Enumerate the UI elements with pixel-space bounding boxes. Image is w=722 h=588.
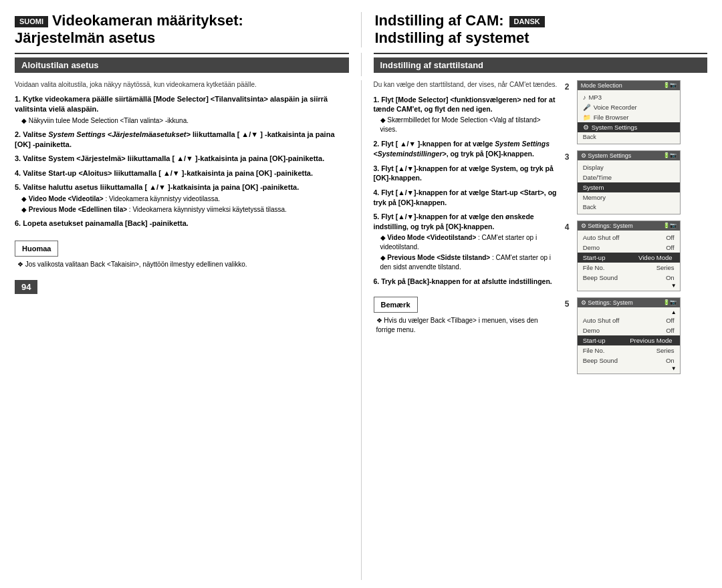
screen-2-wrapper: 2 Mode Selection 🔋📷 ♪ MP3 🎤 Voice Record…: [577, 80, 707, 146]
screen-3-wrapper: 3 ⚙ System Settings 🔋📷 Display Date/Time…: [577, 150, 707, 216]
screen-4-row-startup: Start-upVideo Mode: [578, 253, 680, 263]
screen-5-row-autoshutoff: Auto Shut offOff: [578, 315, 680, 325]
right-section-header: Indstilling af starttilstand: [374, 57, 708, 73]
note-right-content: Hvis du vælger Back <Tilbage> i menuen, …: [374, 316, 558, 335]
step-right-3: 3. Flyt [▲/▼]-knappen for at vælge Syste…: [374, 164, 558, 183]
screen-mode-selection: Mode Selection 🔋📷 ♪ MP3 🎤 Voice Recorder: [577, 80, 681, 144]
step-left-2: 2. Valitse System Settings <Järjestelmäa…: [15, 130, 349, 150]
screen-4-titlebar: ⚙ Settings: System 🔋📷: [578, 221, 680, 231]
right-title-line1: Indstilling af CAM:DANSK: [375, 12, 708, 29]
screen-item-memory: Memory: [578, 192, 680, 202]
screen-5-row-fileno: File No.Series: [578, 345, 680, 355]
screen-item-display: Display: [578, 162, 680, 172]
screen-5-stepnum: 5: [565, 299, 570, 309]
screen-5-row-beepsound: Beep SoundOn: [578, 355, 680, 365]
step-left-6: 6. Lopeta asetukset painamalla [Back] -p…: [15, 218, 349, 229]
screen-settings-system-4: ⚙ Settings: System 🔋📷 Auto Shut offOff D…: [577, 220, 681, 291]
screen-4-row-autoshutoff: Auto Shut offOff: [578, 233, 680, 243]
screen-3-body: Display Date/Time System Memory Back: [578, 160, 680, 214]
screen-5-body: ▲ Auto Shut offOff DemoOff Start-upPrevi…: [578, 307, 680, 374]
screen-5-row-startup: Start-upPrevious Mode: [578, 335, 680, 345]
screen-2-stepnum: 2: [565, 82, 570, 92]
screen-item-datetime: Date/Time: [578, 172, 680, 182]
screen-2-titlebar: Mode Selection 🔋📷: [578, 81, 680, 90]
step-right-2: 2. Flyt [ ▲/▼ ]-knappen for at vælge Sys…: [374, 139, 558, 158]
col-right: Du kan vælge den starttilstand, der vise…: [362, 80, 708, 580]
page: SUOMIVideokameran määritykset: Järjestel…: [0, 0, 722, 588]
screen-settings-system-5: ⚙ Settings: System 🔋📷 ▲ Auto Shut offOff…: [577, 297, 681, 374]
page-number: 94: [15, 280, 37, 294]
screen-4-stepnum: 4: [565, 223, 570, 232]
right-text-col: Du kan vælge den starttilstand, der vise…: [374, 80, 558, 580]
screen-item-mp3: ♪ MP3: [578, 92, 680, 102]
header-left: SUOMIVideokameran määritykset: Järjestel…: [15, 12, 361, 47]
screen-3-back: Back: [578, 202, 680, 212]
screen-4-row-beepsound: Beep SoundOn: [578, 273, 680, 283]
header-right: Indstilling af CAM:DANSK Indstilling af …: [361, 12, 708, 47]
screen-5-wrapper: 5 ⚙ Settings: System 🔋📷 ▲ Auto Shut offO…: [577, 297, 707, 376]
right-title-line2: Indstilling af systemet: [375, 29, 708, 47]
screen-5-row-demo: DemoOff: [578, 325, 680, 335]
left-intro: Voidaan valita aloitustila, joka näkyy n…: [15, 80, 349, 90]
left-lang-badge: SUOMI: [15, 16, 48, 27]
note-left-content: Jos valikosta valitaan Back <Takaisin>, …: [15, 260, 349, 269]
screen-4-row-fileno: File No.Series: [578, 263, 680, 273]
screen-item-system-settings: ⚙ System Settings: [578, 122, 680, 132]
screen-2-body: ♪ MP3 🎤 Voice Recorder 📁 File Browser ⚙ …: [578, 90, 680, 144]
screen-system-settings: ⚙ System Settings 🔋📷 Display Date/Time S…: [577, 150, 681, 214]
note-left-label: Huomaa: [15, 241, 58, 257]
step-left-5: 5. Valitse haluttu asetus liikuttamalla …: [15, 182, 349, 214]
header: SUOMIVideokameran määritykset: Järjestel…: [15, 12, 707, 47]
left-title-line1: SUOMIVideokameran määritykset:: [15, 12, 348, 29]
col-left: Voidaan valita aloitustila, joka näkyy n…: [15, 80, 362, 580]
screen-3-titlebar: ⚙ System Settings 🔋📷: [578, 151, 680, 160]
screen-3-stepnum: 3: [565, 152, 570, 162]
left-title-line2: Järjestelmän asetus: [15, 29, 348, 47]
left-section-header: Aloitustilan asetus: [15, 57, 349, 73]
main-content: Voidaan valita aloitustila, joka näkyy n…: [15, 80, 707, 580]
screen-4-row-demo: DemoOff: [578, 243, 680, 253]
step-left-1: 1. Kytke videokamera päälle siirtämällä …: [15, 94, 349, 126]
screen-2-back: Back: [578, 132, 680, 142]
right-intro: Du kan vælge den starttilstand, der vise…: [374, 80, 558, 90]
step-right-4: 4. Flyt [▲/▼]-knappen for at vælge Start…: [374, 188, 558, 207]
step-left-3: 3. Valitse System <Järjestelmä> liikutta…: [15, 154, 349, 164]
step-left-4: 4. Valitse Start-up <Aloitus> liikuttama…: [15, 168, 349, 178]
screen-item-voice: 🎤 Voice Recorder: [578, 102, 680, 112]
screen-4-body: Auto Shut offOff DemoOff Start-upVideo M…: [578, 231, 680, 291]
note-right-label: Bemærk: [374, 297, 418, 313]
screen-item-file-browser: 📁 File Browser: [578, 112, 680, 122]
step-right-5: 5. Flyt [▲/▼]-knappen for at vælge den ø…: [374, 212, 558, 271]
screen-4-wrapper: 4 ⚙ Settings: System 🔋📷 Auto Shut offOff…: [577, 220, 707, 293]
screen-item-system: System: [578, 182, 680, 192]
step-right-1: 1. Flyt [Mode Selector] <funktionsvælger…: [374, 95, 558, 134]
screens-col: 2 Mode Selection 🔋📷 ♪ MP3 🎤 Voice Record…: [565, 80, 707, 580]
step-right-6: 6. Tryk på [Back]-knappen for at afslutt…: [374, 277, 558, 287]
screen-5-titlebar: ⚙ Settings: System 🔋📷: [578, 298, 680, 307]
right-lang-badge: DANSK: [509, 16, 545, 27]
